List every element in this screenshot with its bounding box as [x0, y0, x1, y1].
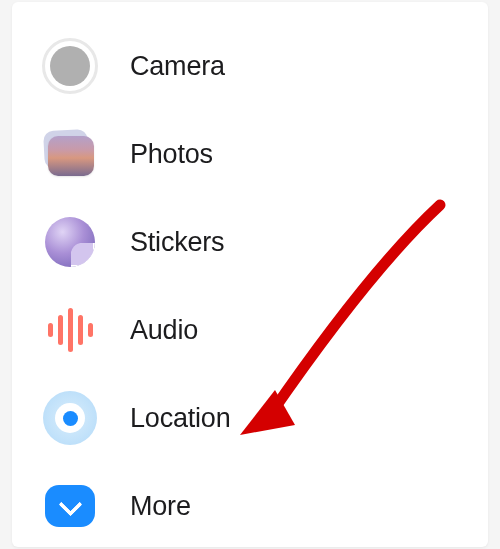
attachment-menu: Camera Photos Stickers Audio	[12, 2, 488, 547]
camera-icon	[40, 36, 100, 96]
menu-item-location[interactable]: Location	[12, 374, 488, 462]
menu-item-stickers[interactable]: Stickers	[12, 198, 488, 286]
more-icon	[40, 476, 100, 536]
menu-item-label: Location	[130, 403, 230, 434]
photos-icon	[40, 124, 100, 184]
menu-item-camera[interactable]: Camera	[12, 22, 488, 110]
menu-item-more[interactable]: More	[12, 462, 488, 549]
chevron-down-icon	[61, 497, 79, 515]
menu-item-photos[interactable]: Photos	[12, 110, 488, 198]
stickers-icon	[40, 212, 100, 272]
menu-item-label: Camera	[130, 51, 225, 82]
audio-icon	[40, 300, 100, 360]
menu-item-label: More	[130, 491, 191, 522]
menu-item-audio[interactable]: Audio	[12, 286, 488, 374]
menu-item-label: Photos	[130, 139, 213, 170]
location-icon	[40, 388, 100, 448]
menu-item-label: Stickers	[130, 227, 224, 258]
menu-item-label: Audio	[130, 315, 198, 346]
